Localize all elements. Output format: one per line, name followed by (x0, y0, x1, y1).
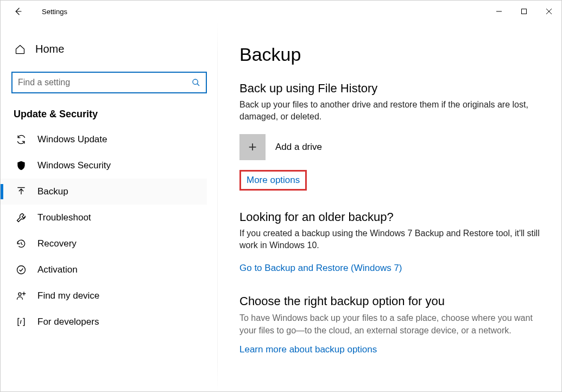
sidebar-item-label: Find my device (37, 290, 99, 301)
add-drive-label: Add a drive (275, 142, 322, 153)
section-desc: To have Windows back up your files to a … (239, 312, 540, 337)
sidebar-item-find-my-device[interactable]: Find my device (1, 283, 207, 309)
close-button[interactable] (536, 1, 561, 22)
history-icon (16, 238, 27, 249)
sidebar-item-for-developers[interactable]: For developers (1, 309, 207, 335)
check-circle-icon (16, 264, 27, 275)
wrench-icon (16, 212, 27, 223)
search-box[interactable] (11, 72, 207, 93)
sidebar-item-label: For developers (37, 317, 99, 327)
home-icon (15, 44, 26, 55)
sidebar-item-label: Troubleshoot (37, 212, 91, 223)
sync-icon (16, 134, 27, 145)
sidebar-item-windows-security[interactable]: Windows Security (1, 153, 207, 179)
sidebar-item-label: Windows Security (37, 160, 111, 171)
search-input[interactable] (18, 78, 192, 87)
section-title: Back up using File History (239, 81, 540, 96)
shield-icon (16, 160, 27, 171)
location-person-icon (16, 290, 27, 301)
section-file-history: Back up using File History Back up your … (239, 81, 540, 205)
section-desc: If you created a backup using the Window… (239, 227, 540, 252)
content-pane: Backup Back up using File History Back u… (218, 22, 561, 391)
sidebar-item-windows-update[interactable]: Windows Update (1, 127, 207, 153)
section-title: Choose the right backup option for you (239, 294, 540, 308)
backup-restore-win7-link[interactable]: Go to Backup and Restore (Windows 7) (239, 263, 402, 274)
window-title: Settings (42, 8, 67, 16)
more-options-link[interactable]: More options (247, 175, 300, 186)
category-title: Update & Security (11, 109, 207, 120)
svg-rect-0 (522, 9, 527, 14)
add-drive-button[interactable]: + Add a drive (239, 134, 540, 160)
maximize-button[interactable] (512, 1, 536, 22)
minimize-button[interactable] (487, 1, 512, 22)
back-button[interactable] (7, 1, 29, 22)
section-choose-option: Choose the right backup option for you T… (239, 294, 540, 370)
home-label: Home (35, 43, 64, 55)
sidebar-item-backup[interactable]: Backup (1, 179, 207, 205)
learn-more-backup-link[interactable]: Learn more about backup options (239, 344, 377, 355)
sidebar-item-label: Recovery (37, 238, 77, 249)
sidebar: Home Update & Security Windows UpdateWin… (1, 22, 218, 391)
section-desc: Back up your files to another drive and … (239, 99, 540, 123)
home-nav[interactable]: Home (11, 39, 207, 60)
svg-point-3 (18, 293, 21, 295)
titlebar: Settings (1, 1, 561, 22)
arrow-up-line-icon (16, 186, 27, 197)
highlight-more-options: More options (239, 170, 307, 191)
section-title: Looking for an older backup? (239, 210, 540, 224)
sidebar-item-label: Windows Update (37, 134, 108, 145)
sidebar-item-label: Activation (37, 264, 78, 275)
sidebar-item-label: Backup (37, 186, 68, 197)
plus-icon: + (239, 134, 266, 160)
sidebar-item-recovery[interactable]: Recovery (1, 231, 207, 257)
svg-point-1 (193, 79, 198, 84)
brackets-icon (16, 317, 27, 327)
svg-point-2 (17, 266, 26, 274)
sidebar-item-troubleshoot[interactable]: Troubleshoot (1, 205, 207, 231)
sidebar-item-activation[interactable]: Activation (1, 257, 207, 283)
page-title: Backup (239, 44, 540, 65)
search-icon (192, 78, 200, 87)
section-older-backup: Looking for an older backup? If you crea… (239, 210, 540, 289)
